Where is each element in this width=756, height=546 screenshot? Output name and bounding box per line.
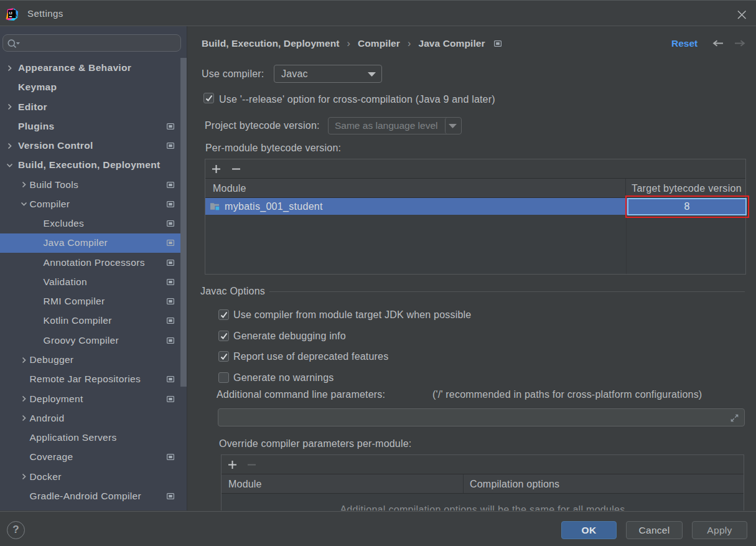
module-column-header[interactable]: Module bbox=[228, 474, 262, 493]
help-button[interactable]: ? bbox=[7, 521, 25, 539]
reset-link[interactable]: Reset bbox=[671, 35, 698, 52]
sidebar-item-java-compiler[interactable]: Java Compiler bbox=[0, 233, 187, 253]
screen-indicator-icon bbox=[167, 182, 174, 188]
chevron-right-icon[interactable] bbox=[6, 103, 13, 110]
settings-sidebar: Appearance & BehaviorKeymapEditorPlugins… bbox=[0, 26, 187, 511]
add-override-button[interactable] bbox=[228, 460, 237, 469]
apply-button[interactable]: Apply bbox=[692, 521, 747, 539]
sidebar-item-label: Keymap bbox=[18, 82, 57, 93]
checkbox[interactable] bbox=[218, 309, 229, 320]
dropdown-arrow-icon bbox=[449, 124, 457, 128]
override-table-header: Module Compilation options bbox=[222, 474, 744, 494]
override-params-table: Module Compilation options Additional co… bbox=[221, 454, 744, 511]
checkbox[interactable] bbox=[218, 351, 229, 362]
override-table-empty-text: Additional compilation options will be t… bbox=[222, 504, 744, 511]
sidebar-item-android[interactable]: Android bbox=[0, 408, 187, 428]
sidebar-item-keymap[interactable]: Keymap bbox=[0, 78, 187, 97]
dropdown-arrow-icon bbox=[368, 72, 376, 77]
sidebar-item-appearance-behavior[interactable]: Appearance & Behavior bbox=[0, 58, 187, 77]
forward-arrow-icon[interactable] bbox=[734, 39, 745, 48]
sidebar-item-editor[interactable]: Editor bbox=[0, 97, 187, 116]
target-bytecode-column-header[interactable]: Target bytecode version bbox=[627, 179, 747, 197]
settings-tree: Appearance & BehaviorKeymapEditorPlugins… bbox=[0, 58, 187, 506]
sidebar-item-rmi-compiler[interactable]: RMI Compiler bbox=[0, 292, 187, 311]
add-module-button[interactable] bbox=[212, 164, 221, 174]
cmdline-params-input[interactable] bbox=[218, 408, 745, 426]
breadcrumb: Build, Execution, Deployment›Compiler›Ja… bbox=[202, 35, 502, 52]
use-compiler-label: Use compiler: bbox=[202, 67, 264, 82]
screen-indicator-icon bbox=[167, 376, 174, 382]
chevron-right-icon[interactable] bbox=[6, 143, 13, 149]
module-column-header[interactable]: Module bbox=[213, 179, 246, 197]
sidebar-item-debugger[interactable]: Debugger bbox=[0, 350, 187, 369]
release-option-checkbox[interactable] bbox=[203, 93, 214, 103]
sidebar-item-gradle-android-compiler[interactable]: Gradle-Android Compiler bbox=[0, 486, 187, 506]
compilation-options-column-header[interactable]: Compilation options bbox=[470, 474, 559, 493]
search-icon bbox=[6, 37, 22, 51]
module-name: mybatis_001_student bbox=[225, 198, 323, 215]
sidebar-item-validation[interactable]: Validation bbox=[0, 272, 187, 291]
sidebar-item-version-control[interactable]: Version Control bbox=[0, 136, 187, 155]
close-icon[interactable] bbox=[734, 7, 749, 22]
chevron-right-icon[interactable] bbox=[21, 395, 27, 402]
ok-button[interactable]: OK bbox=[561, 521, 617, 539]
chevron-right-icon[interactable] bbox=[21, 181, 27, 188]
screen-indicator-icon bbox=[167, 143, 174, 149]
sidebar-item-excludes[interactable]: Excludes bbox=[0, 214, 187, 233]
sidebar-item-plugins[interactable]: Plugins bbox=[0, 116, 187, 136]
remove-module-button[interactable] bbox=[231, 164, 241, 174]
breadcrumb-item[interactable]: Java Compiler bbox=[418, 38, 485, 49]
checkbox-label: Use compiler from module target JDK when… bbox=[233, 308, 471, 322]
sidebar-item-application-servers[interactable]: Application Servers bbox=[0, 428, 187, 447]
sidebar-item-build-tools[interactable]: Build Tools bbox=[0, 175, 187, 194]
override-table-body: Additional compilation options will be t… bbox=[222, 494, 744, 511]
sidebar-item-groovy-compiler[interactable]: Groovy Compiler bbox=[0, 331, 187, 350]
cancel-button[interactable]: Cancel bbox=[626, 521, 683, 539]
sidebar-item-label: Build Tools bbox=[30, 179, 79, 191]
svg-text:IJ: IJ bbox=[9, 11, 12, 15]
checkmark-icon bbox=[220, 352, 228, 361]
checkbox-label: Report use of deprecated features bbox=[233, 349, 388, 364]
breadcrumb-separator: › bbox=[408, 38, 411, 49]
sidebar-item-coverage[interactable]: Coverage bbox=[0, 448, 187, 467]
checkbox[interactable] bbox=[218, 331, 229, 341]
remove-override-button[interactable] bbox=[247, 460, 256, 469]
sidebar-item-remote-jar-repositories[interactable]: Remote Jar Repositories bbox=[0, 370, 187, 389]
module-table-toolbar bbox=[205, 159, 745, 179]
project-bytecode-dropdown[interactable]: Same as language level bbox=[328, 117, 462, 134]
screen-indicator-icon bbox=[167, 493, 174, 499]
back-arrow-icon[interactable] bbox=[712, 39, 724, 48]
sidebar-item-label: Deployment bbox=[30, 393, 83, 405]
checkbox-label: Generate debugging info bbox=[233, 329, 346, 344]
sidebar-item-annotation-processors[interactable]: Annotation Processors bbox=[0, 253, 187, 272]
sidebar-item-compiler[interactable]: Compiler bbox=[0, 194, 187, 214]
chevron-right-icon[interactable] bbox=[6, 65, 13, 72]
override-table-toolbar bbox=[222, 455, 744, 474]
expand-field-icon[interactable] bbox=[730, 413, 739, 423]
column-separator[interactable] bbox=[625, 179, 626, 197]
checkbox[interactable] bbox=[218, 372, 229, 383]
annotation-highlight-box bbox=[625, 195, 749, 218]
breadcrumb-item[interactable]: Build, Execution, Deployment bbox=[202, 38, 340, 49]
sidebar-item-label: Validation bbox=[44, 276, 87, 288]
sidebar-item-build-execution-deployment[interactable]: Build, Execution, Deployment bbox=[0, 156, 187, 175]
use-compiler-dropdown[interactable]: Javac bbox=[274, 65, 382, 83]
screen-indicator-icon bbox=[167, 454, 174, 460]
sidebar-item-docker[interactable]: Docker bbox=[0, 467, 187, 486]
chevron-down-icon[interactable] bbox=[21, 200, 27, 207]
sidebar-item-deployment[interactable]: Deployment bbox=[0, 389, 187, 408]
sidebar-item-label: RMI Compiler bbox=[44, 296, 105, 307]
sidebar-scrollbar[interactable] bbox=[180, 58, 187, 387]
sidebar-item-label: Remote Jar Repositories bbox=[30, 374, 141, 385]
chevron-right-icon[interactable] bbox=[21, 473, 27, 480]
search-input[interactable] bbox=[2, 34, 181, 52]
column-separator[interactable] bbox=[463, 474, 464, 493]
cmdline-params-hint: ('/' recommended in paths for cross-plat… bbox=[432, 387, 702, 402]
section-separator bbox=[269, 291, 745, 292]
chevron-down-icon[interactable] bbox=[6, 162, 13, 169]
breadcrumb-item[interactable]: Compiler bbox=[358, 38, 400, 49]
sidebar-item-kotlin-compiler[interactable]: Kotlin Compiler bbox=[0, 311, 187, 331]
chevron-right-icon[interactable] bbox=[21, 415, 27, 421]
chevron-right-icon[interactable] bbox=[21, 357, 27, 364]
project-bytecode-value: Same as language level bbox=[335, 118, 437, 134]
